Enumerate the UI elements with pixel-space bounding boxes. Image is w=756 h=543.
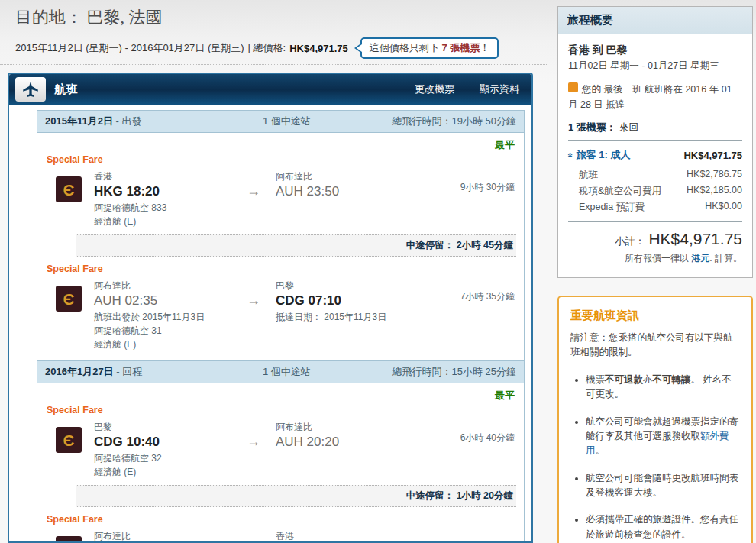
arrow-icon xyxy=(231,293,276,309)
arrow-icon xyxy=(231,434,276,450)
etihad-logo-icon xyxy=(56,536,82,543)
leg-duration: 7小時 35分鐘 xyxy=(426,290,516,303)
airplane-icon xyxy=(15,77,46,102)
arrival-date-note: 抵達日期： 2015年11月3日 xyxy=(276,310,426,324)
flight-leg: 阿布達比 AUH 21:40 阿提哈德航空 834 經濟艙 (E) 香港 HKG… xyxy=(56,526,516,543)
trip-summary-title: 旅程概要 xyxy=(558,7,752,34)
change-ticket-button[interactable]: 更改機票 xyxy=(402,74,467,105)
flight-leg: 阿布達比 AUH 02:35 航班出發於 2015年11月3日 阿提哈德航空 3… xyxy=(56,276,516,351)
arrival-column: 阿布達比 AUH 23:50 xyxy=(276,166,426,201)
etihad-logo-icon xyxy=(56,427,82,453)
departure-city: 香港 xyxy=(94,166,231,183)
page: 目的地： 巴黎, 法國 2015年11月2日 (星期一) - 2016年01月2… xyxy=(0,0,756,543)
trip-summary: 旅程概要 香港 到 巴黎 11月02日 星期一 - 01月27日 星期三 您的 … xyxy=(557,6,753,278)
trip-summary-body: 香港 到 巴黎 11月02日 星期一 - 01月27日 星期三 您的 最後一班 … xyxy=(558,34,752,277)
layover-bar: 中途停留： 2小時 45分鐘 xyxy=(76,234,516,257)
flight-leg: 香港 HKG 18:20 阿提哈德航空 833 經濟艙 (E) 阿布達比 AUH… xyxy=(56,166,516,228)
total-flight-time: 總飛行時間：15小時 25分鐘 xyxy=(392,365,516,379)
info-bullet: 航空公司可能會就超過機票指定的寄艙行李及其他可選服務收取額外費用。 xyxy=(586,415,740,459)
scarcity-count: 7 張機票 xyxy=(441,42,480,53)
header-divider xyxy=(0,64,547,65)
important-info-intro: 請注意：您乘搭的航空公司有以下與航班相關的限制。 xyxy=(570,331,740,360)
sidebar: 旅程概要 香港 到 巴黎 11月02日 星期一 - 01月27日 星期三 您的 … xyxy=(557,6,753,543)
total-price-label: | 總價格: xyxy=(248,41,286,55)
fee-row: Expedia 預訂費 HK$0.00 xyxy=(568,199,742,215)
departure-city: 阿布達比 xyxy=(94,526,231,543)
divider xyxy=(568,140,742,141)
important-info-list: 機票不可退款亦不可轉讓。 姓名不可更改。 航空公司可能會就超過機票指定的寄艙行李… xyxy=(570,373,740,542)
fee-row: 航班 HK$2,786.75 xyxy=(568,167,742,183)
airline-name: 阿提哈德航空 31 xyxy=(94,324,231,338)
scarcity-text-pre: 這個價格只剩下 xyxy=(370,42,442,53)
section-date: 2016年1月27日 - 回程 xyxy=(45,365,263,379)
callout-arrow-icon xyxy=(354,43,362,53)
date-range: 2015年11月2日 (星期一) - 2016年01月27日 (星期三) xyxy=(15,41,244,55)
flights-panel: 航班 更改機票 顯示資料 2015年11月2日 - 出發 1 個中途站 總飛行時… xyxy=(8,73,533,543)
arrival-column: 阿布達比 AUH 20:20 xyxy=(276,417,426,451)
scarcity-callout: 這個價格只剩下 7 張機票！ xyxy=(360,37,499,59)
important-info: 重要航班資訊 請注意：您乘搭的航空公司有以下與航班相關的限制。 機票不可退款亦不… xyxy=(557,296,753,543)
page-header: 目的地： 巴黎, 法國 2015年11月2日 (星期一) - 2016年01月2… xyxy=(15,5,554,59)
show-details-button[interactable]: 顯示資料 xyxy=(467,74,531,105)
arrival-column: 香港 HKG 09:05 1 天以上 抵達日期： 2016年1月28日 xyxy=(276,526,426,543)
departure-time: AUH 02:35 xyxy=(94,293,231,309)
departure-column: 香港 HKG 18:20 阿提哈德航空 833 經濟艙 (E) xyxy=(94,166,231,228)
arrival-city: 巴黎 xyxy=(276,276,426,293)
flights-column: 航班 更改機票 顯示資料 2015年11月2日 - 出發 1 個中途站 總飛行時… xyxy=(8,73,533,543)
total-flight-time: 總飛行時間：19小時 50分鐘 xyxy=(392,115,516,128)
last-flight-warning: 您的 最後一班 航班將在 2016 年 01 月 28 日 抵達 xyxy=(568,82,742,112)
fare-label: Special Fare xyxy=(47,154,516,165)
arrival-column: 巴黎 CDG 07:10 抵達日期： 2015年11月3日 xyxy=(276,276,426,324)
departure-time: CDG 10:40 xyxy=(94,435,231,450)
departure-date-note: 航班出發於 2015年11月3日 xyxy=(94,310,231,324)
trip-dates-price-line: 2015年11月2日 (星期一) - 2016年01月27日 (星期三) | 總… xyxy=(15,37,554,59)
flights-panel-header: 航班 更改機票 顯示資料 xyxy=(9,74,531,105)
cheapest-badge: 最平 xyxy=(45,383,516,402)
cabin-class: 經濟艙 (E) xyxy=(94,465,231,479)
return-section-body: 最平 Special Fare 巴黎 CDG 10:40 阿提哈德航空 32 經… xyxy=(37,383,524,543)
panel-body: 2015年11月2日 - 出發 1 個中途站 總飛行時間：19小時 50分鐘 最… xyxy=(9,105,531,543)
section-date: 2015年11月2日 - 出發 xyxy=(45,115,263,128)
trip-dates: 11月02日 星期一 - 01月27日 星期三 xyxy=(568,60,742,73)
currency-link[interactable]: 港元 xyxy=(691,253,709,263)
arrival-time: AUH 23:50 xyxy=(276,184,426,199)
total-price: HK$4,971.75 xyxy=(289,43,348,54)
ticket-count: 1 張機票： xyxy=(568,121,616,133)
airline-name: 阿提哈德航空 833 xyxy=(94,201,231,215)
cabin-class: 經濟艙 (E) xyxy=(94,338,231,351)
layover-bar: 中途停留： 1小時 20分鐘 xyxy=(76,485,516,507)
departure-time: HKG 18:20 xyxy=(94,184,231,199)
itinerary-box: 2015年11月2日 - 出發 1 個中途站 總飛行時間：19小時 50分鐘 最… xyxy=(37,110,525,543)
subtotal-value: HK$4,971.75 xyxy=(648,230,742,247)
airline-name: 阿提哈德航空 32 xyxy=(94,451,231,465)
arrow-icon xyxy=(231,183,276,199)
etihad-logo-icon xyxy=(56,286,82,312)
scarcity-text-post: ！ xyxy=(480,42,489,53)
fare-label: Special Fare xyxy=(47,514,516,525)
arrival-time: CDG 07:10 xyxy=(276,293,426,309)
arrival-city: 香港 xyxy=(276,526,426,543)
departure-column: 巴黎 CDG 10:40 阿提哈德航空 32 經濟艙 (E) xyxy=(94,417,231,479)
cabin-class: 經濟艙 (E) xyxy=(94,215,231,228)
subtotal-label: 小計： xyxy=(615,235,645,247)
arrival-time: AUH 20:20 xyxy=(276,435,426,450)
ticket-count-line: 1 張機票： 來回 xyxy=(568,121,742,134)
departure-city: 巴黎 xyxy=(94,417,231,434)
info-bullet: 機票不可退款亦不可轉讓。 姓名不可更改。 xyxy=(586,373,740,402)
stops-label: 1 個中途站 xyxy=(263,365,392,379)
cheapest-badge: 最平 xyxy=(45,133,516,152)
traveler-price: HK$4,971.75 xyxy=(683,150,742,161)
outbound-section-body: 最平 Special Fare 香港 HKG 18:20 阿提哈德航空 833 … xyxy=(37,133,524,360)
info-bullet: 航空公司可能會隨時更改航班時間表及登機客運大樓。 xyxy=(586,471,740,501)
departure-city: 阿布達比 xyxy=(94,276,231,293)
panel-actions: 更改機票 顯示資料 xyxy=(402,74,531,105)
outbound-section-header: 2015年11月2日 - 出發 1 個中途站 總飛行時間：19小時 50分鐘 xyxy=(37,111,524,133)
traveler-toggle[interactable]: 旅客 1: 成人 xyxy=(568,148,683,162)
divider xyxy=(568,221,742,222)
stops-label: 1 個中途站 xyxy=(263,115,392,128)
fare-label: Special Fare xyxy=(47,263,516,274)
flight-leg: 巴黎 CDG 10:40 阿提哈德航空 32 經濟艙 (E) 阿布達比 AUH … xyxy=(56,417,516,479)
arrival-city: 阿布達比 xyxy=(276,417,426,434)
page-title: 目的地： 巴黎, 法國 xyxy=(15,6,554,29)
fare-label: Special Fare xyxy=(47,405,516,415)
